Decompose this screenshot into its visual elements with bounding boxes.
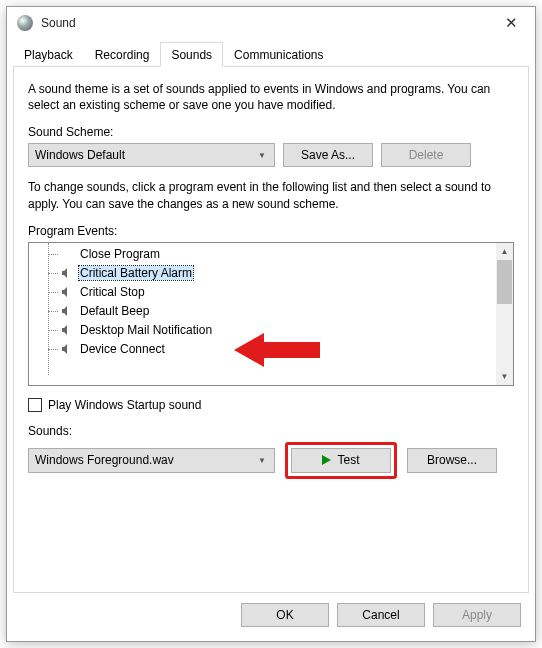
list-item[interactable]: Critical Stop bbox=[29, 283, 496, 302]
tab-playback[interactable]: Playback bbox=[13, 42, 84, 67]
startup-sound-checkbox[interactable]: Play Windows Startup sound bbox=[28, 398, 514, 412]
browse-button[interactable]: Browse... bbox=[407, 448, 497, 473]
sounds-dropdown-label: Sounds: bbox=[28, 424, 514, 438]
sounds-dropdown[interactable]: Windows Foreground.wav ▼ bbox=[28, 448, 275, 473]
scheme-dropdown[interactable]: Windows Default ▼ bbox=[28, 143, 275, 167]
speaker-icon bbox=[59, 342, 75, 356]
chevron-down-icon: ▼ bbox=[256, 456, 268, 465]
speaker-icon bbox=[59, 323, 75, 337]
events-label: Program Events: bbox=[28, 224, 514, 238]
scroll-track[interactable] bbox=[496, 260, 513, 368]
program-events-list[interactable]: Close Program Critical Battery Alarm Cri… bbox=[28, 242, 514, 386]
scroll-up-button[interactable]: ▲ bbox=[496, 243, 513, 260]
list-item[interactable]: Critical Battery Alarm bbox=[29, 264, 496, 283]
cancel-button[interactable]: Cancel bbox=[337, 603, 425, 627]
scheme-value: Windows Default bbox=[35, 148, 256, 162]
window-title: Sound bbox=[41, 16, 489, 30]
checkbox-box bbox=[28, 398, 42, 412]
play-icon bbox=[322, 455, 331, 465]
scrollbar-vertical[interactable]: ▲ ▼ bbox=[496, 243, 513, 385]
scroll-thumb[interactable] bbox=[497, 260, 512, 304]
close-button[interactable]: ✕ bbox=[489, 8, 533, 38]
sounds-panel: A sound theme is a set of sounds applied… bbox=[13, 66, 529, 593]
delete-button: Delete bbox=[381, 143, 471, 167]
speaker-icon bbox=[59, 304, 75, 318]
titlebar: Sound ✕ bbox=[7, 7, 535, 39]
sound-app-icon bbox=[17, 15, 33, 31]
sound-dialog: Sound ✕ Playback Recording Sounds Commun… bbox=[6, 6, 536, 642]
sounds-value: Windows Foreground.wav bbox=[35, 453, 256, 467]
change-description: To change sounds, click a program event … bbox=[28, 179, 514, 211]
scheme-label: Sound Scheme: bbox=[28, 125, 514, 139]
save-as-button[interactable]: Save As... bbox=[283, 143, 373, 167]
speaker-icon bbox=[59, 285, 75, 299]
scroll-down-button[interactable]: ▼ bbox=[496, 368, 513, 385]
list-item[interactable]: Desktop Mail Notification bbox=[29, 321, 496, 340]
dialog-buttons: OK Cancel Apply bbox=[7, 593, 535, 641]
list-item[interactable]: Default Beep bbox=[29, 302, 496, 321]
theme-description: A sound theme is a set of sounds applied… bbox=[28, 81, 514, 113]
tabstrip: Playback Recording Sounds Communications bbox=[7, 39, 535, 67]
tab-sounds[interactable]: Sounds bbox=[160, 42, 223, 67]
startup-sound-label: Play Windows Startup sound bbox=[48, 398, 201, 412]
test-button[interactable]: Test bbox=[291, 448, 391, 473]
speaker-icon bbox=[59, 266, 75, 280]
tab-communications[interactable]: Communications bbox=[223, 42, 334, 67]
tab-recording[interactable]: Recording bbox=[84, 42, 161, 67]
list-item[interactable]: Close Program bbox=[29, 245, 496, 264]
chevron-down-icon: ▼ bbox=[256, 151, 268, 160]
annotation-test-highlight: Test bbox=[285, 442, 397, 479]
list-item[interactable]: Device Connect bbox=[29, 340, 496, 359]
apply-button: Apply bbox=[433, 603, 521, 627]
ok-button[interactable]: OK bbox=[241, 603, 329, 627]
events-list-content: Close Program Critical Battery Alarm Cri… bbox=[29, 243, 496, 385]
